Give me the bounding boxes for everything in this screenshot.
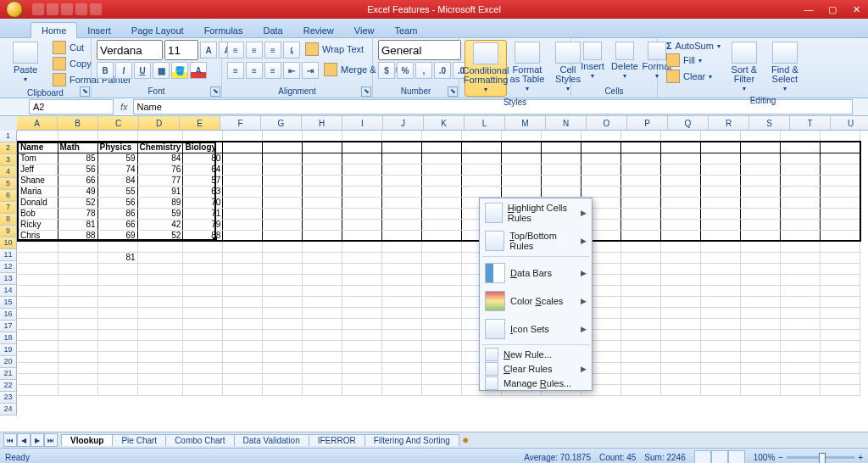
cell-E10[interactable]: 88 (183, 230, 223, 241)
cell-D2[interactable]: Chemistry (137, 142, 183, 153)
cell-R16[interactable] (701, 296, 741, 307)
row-header-13[interactable]: 13 (0, 273, 17, 285)
cell-H15[interactable] (303, 285, 342, 296)
cell-A24[interactable] (18, 384, 58, 395)
cell-N3[interactable] (542, 153, 581, 164)
col-header-D[interactable]: D (139, 116, 180, 131)
cell-B21[interactable] (58, 351, 97, 362)
cell-K13[interactable] (422, 263, 462, 274)
cell-A12[interactable] (18, 252, 58, 263)
cell-F14[interactable] (223, 274, 263, 285)
cell-T17[interactable] (781, 307, 821, 318)
cf-clear-rules[interactable]: Clear Rules▶ (480, 361, 592, 376)
cell-E11[interactable] (183, 241, 223, 252)
cell-R5[interactable] (701, 175, 741, 186)
cell-I14[interactable] (342, 274, 382, 285)
cell-U7[interactable] (821, 197, 860, 208)
cell-H20[interactable] (303, 340, 342, 351)
cf-highlight-cells-rules[interactable]: Highlight Cells Rules▶ (480, 198, 592, 226)
row-header-11[interactable]: 11 (0, 249, 17, 261)
cell-U2[interactable] (821, 142, 860, 153)
cell-B14[interactable] (58, 274, 97, 285)
cell-D10[interactable]: 52 (137, 230, 183, 241)
cell-F22[interactable] (223, 362, 263, 373)
cell-H13[interactable] (303, 263, 342, 274)
cell-T11[interactable] (781, 241, 821, 252)
cell-C7[interactable]: 56 (97, 197, 137, 208)
cell-I11[interactable] (342, 241, 382, 252)
cell-T6[interactable] (781, 186, 821, 197)
cell-U16[interactable] (821, 296, 860, 307)
cell-Q8[interactable] (661, 208, 701, 219)
cell-S4[interactable] (741, 164, 781, 175)
cell-C2[interactable]: Physics (97, 142, 137, 153)
cell-F17[interactable] (223, 307, 263, 318)
row-header-5[interactable]: 5 (0, 178, 17, 190)
cell-D9[interactable]: 42 (137, 219, 183, 230)
autosum-button[interactable]: ΣAutoSum▾ (663, 40, 724, 52)
cell-B19[interactable] (58, 329, 97, 340)
cell-C21[interactable] (97, 351, 137, 362)
cell-J17[interactable] (382, 307, 422, 318)
cell-J18[interactable] (382, 318, 422, 329)
cell-K23[interactable] (422, 373, 462, 384)
row-header-23[interactable]: 23 (0, 392, 17, 404)
cell-D19[interactable] (137, 329, 183, 340)
cell-A13[interactable] (18, 263, 58, 274)
cell-O6[interactable] (581, 186, 621, 197)
cell-H1[interactable] (303, 131, 342, 142)
cell-B20[interactable] (58, 340, 97, 351)
font-color-button[interactable]: A (190, 62, 207, 79)
col-header-S[interactable]: S (749, 116, 790, 131)
cell-Q1[interactable] (661, 131, 701, 142)
cell-I6[interactable] (342, 186, 382, 197)
cell-H8[interactable] (303, 208, 342, 219)
col-header-H[interactable]: H (302, 116, 342, 131)
cell-O1[interactable] (581, 131, 621, 142)
cell-E1[interactable] (183, 131, 223, 142)
cell-H18[interactable] (303, 318, 342, 329)
cell-A18[interactable] (18, 318, 58, 329)
cell-L5[interactable] (462, 175, 502, 186)
cell-J2[interactable] (382, 142, 422, 153)
col-header-N[interactable]: N (546, 116, 587, 131)
tab-data[interactable]: Data (253, 23, 292, 37)
row-header-15[interactable]: 15 (0, 297, 17, 309)
cell-C18[interactable] (97, 318, 137, 329)
cell-A8[interactable]: Bob (18, 208, 58, 219)
cell-T7[interactable] (781, 197, 821, 208)
col-header-C[interactable]: C (98, 116, 139, 131)
cell-N4[interactable] (542, 164, 581, 175)
cell-C14[interactable] (97, 274, 137, 285)
cell-P12[interactable] (621, 252, 661, 263)
clipboard-dialog-launcher[interactable]: ⬊ (80, 86, 90, 97)
cell-B24[interactable] (58, 384, 97, 395)
cell-Q24[interactable] (661, 384, 701, 395)
cell-U9[interactable] (821, 219, 860, 230)
cell-P6[interactable] (621, 186, 661, 197)
align-left-button[interactable]: ≡ (227, 62, 244, 79)
align-top-button[interactable]: ≡ (227, 42, 244, 59)
cell-F19[interactable] (223, 329, 263, 340)
cell-S8[interactable] (741, 208, 781, 219)
row-header-3[interactable]: 3 (0, 154, 17, 166)
cell-S7[interactable] (741, 197, 781, 208)
cell-P8[interactable] (621, 208, 661, 219)
tab-page-layout[interactable]: Page Layout (121, 23, 194, 37)
cell-J8[interactable] (382, 208, 422, 219)
cell-U22[interactable] (821, 362, 860, 373)
cell-K15[interactable] (422, 285, 462, 296)
cell-D23[interactable] (137, 373, 183, 384)
cell-M2[interactable] (502, 142, 542, 153)
tab-formulas[interactable]: Formulas (194, 23, 253, 37)
cell-G2[interactable] (263, 142, 303, 153)
cell-I8[interactable] (342, 208, 382, 219)
cell-R1[interactable] (701, 131, 741, 142)
cell-K12[interactable] (422, 252, 462, 263)
cell-Q15[interactable] (661, 285, 701, 296)
row-header-4[interactable]: 4 (0, 166, 17, 178)
cell-T2[interactable] (781, 142, 821, 153)
cell-I5[interactable] (342, 175, 382, 186)
cell-Q7[interactable] (661, 197, 701, 208)
cell-A17[interactable] (18, 307, 58, 318)
